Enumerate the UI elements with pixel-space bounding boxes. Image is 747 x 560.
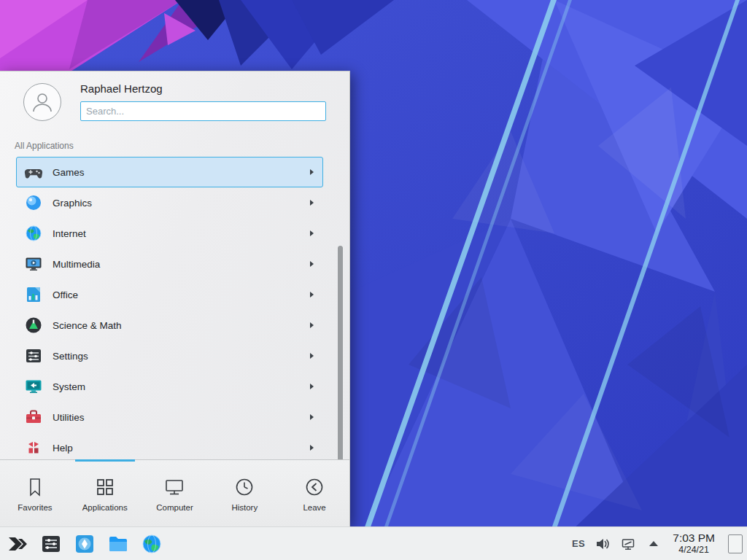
category-label: Internet [53,228,301,239]
launcher-tab-bar: Favorites Applications Comp [0,459,349,526]
clock-icon [233,475,256,499]
user-icon [30,90,55,114]
launcher-header: Raphael Hertzog [0,71,349,130]
submenu-arrow-icon [310,322,314,328]
category-label: System [53,381,301,392]
category-label: Settings [53,351,301,362]
tab-applications[interactable]: Applications [70,460,140,526]
office-icon [23,285,43,305]
network-icon[interactable] [620,536,636,552]
submenu-arrow-icon [310,169,314,175]
user-avatar[interactable] [23,83,61,121]
monitor-icon [163,475,186,499]
leave-icon [303,475,326,499]
category-row-settings[interactable]: Settings [16,341,323,371]
submenu-arrow-icon [310,261,314,267]
tab-label: Applications [82,503,128,512]
category-label: Multimedia [53,259,301,270]
tab-label: Computer [156,503,193,512]
category-label: Office [53,289,301,300]
globe-icon [23,224,43,244]
application-category-list: Games Graphics [0,154,349,459]
gamepad-icon [23,163,43,182]
tab-label: History [231,503,258,512]
section-label: All Applications [0,130,349,154]
tab-computer[interactable]: Computer [140,460,210,526]
category-row-internet[interactable]: Internet [16,218,323,249]
category-row-system[interactable]: System [16,371,323,402]
tab-label: Favorites [18,503,52,512]
category-row-games[interactable]: Games [16,157,323,187]
tab-history[interactable]: History [209,460,279,526]
application-launcher-popup: Raphael Hertzog All Applications Games [0,71,350,526]
science-icon [23,316,43,335]
show-desktop-button[interactable] [728,534,743,553]
clock-time: 7:03 PM [673,532,715,545]
category-row-office[interactable]: Office [16,279,323,310]
list-scrollbar[interactable] [338,246,343,459]
category-row-graphics[interactable]: Graphics [16,187,323,218]
volume-icon[interactable] [595,536,611,552]
clock-widget[interactable]: 7:03 PM 4/24/21 [671,532,716,555]
category-row-multimedia[interactable]: Multimedia [16,249,323,279]
tab-leave[interactable]: Leave [279,460,349,526]
category-label: Utilities [53,412,301,423]
bookmark-icon [23,475,47,499]
category-row-help[interactable]: Help [16,432,323,459]
submenu-arrow-icon [310,414,314,420]
clock-date: 4/24/21 [673,545,715,555]
system-icon [23,377,43,397]
taskbar-panel: ES 7:03 PM 4/24/21 [0,526,747,560]
graphics-icon [23,193,43,213]
discover-icon[interactable] [73,532,96,556]
user-name: Raphael Hertzog [80,82,326,95]
kde-launcher-icon[interactable] [6,532,29,556]
category-label: Help [53,443,301,454]
web-browser-icon[interactable] [140,532,163,556]
category-row-utilities[interactable]: Utilities [16,402,323,432]
submenu-arrow-icon [310,445,314,451]
file-manager-icon[interactable] [107,532,130,556]
utilities-icon [23,408,43,427]
terminal-settings-icon[interactable] [39,532,63,556]
category-row-science[interactable]: Science & Math [16,310,323,341]
category-label: Games [53,167,301,178]
submenu-arrow-icon [310,384,314,389]
submenu-arrow-icon [310,200,314,206]
category-label: Graphics [53,198,301,209]
search-input[interactable] [80,101,326,121]
category-label: Science & Math [53,320,301,331]
submenu-arrow-icon [310,230,314,236]
tab-favorites[interactable]: Favorites [0,460,70,526]
submenu-arrow-icon [310,353,314,359]
multimedia-icon [23,254,43,274]
tab-label: Leave [303,503,325,512]
grid-icon [93,475,117,499]
help-icon [23,438,43,458]
keyboard-layout-indicator[interactable]: ES [572,538,585,549]
settings-icon [23,346,43,366]
expand-tray-icon[interactable] [646,536,662,552]
submenu-arrow-icon [310,292,314,298]
